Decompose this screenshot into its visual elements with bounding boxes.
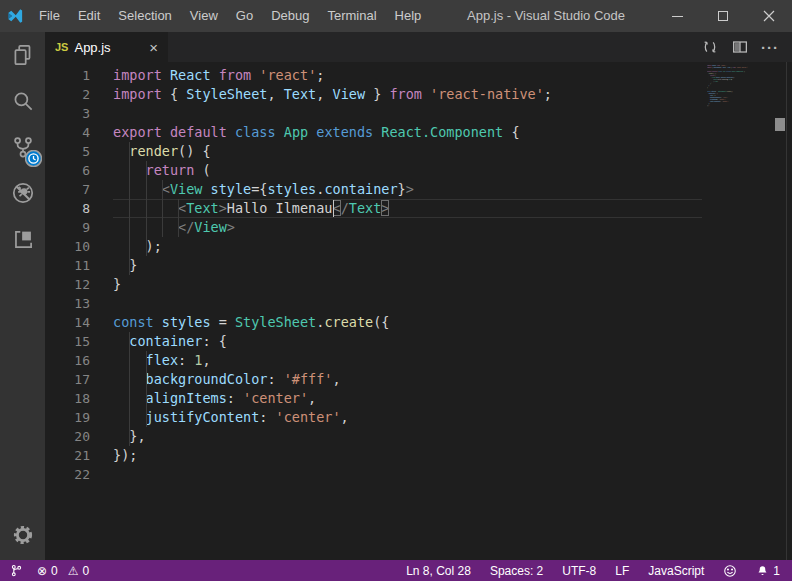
code-line[interactable]: }, (707, 103, 763, 105)
code-line[interactable]: import React from 'react'; (113, 66, 552, 85)
maximize-button[interactable] (700, 0, 746, 32)
code-line[interactable]: backgroundColor: '#fff', (707, 97, 763, 99)
code-line[interactable]: const styles = StyleSheet.create({ (113, 313, 552, 332)
code-line[interactable]: <View style={styles.container}> (113, 180, 552, 199)
code-line[interactable] (113, 104, 552, 123)
line-number: 9 (45, 218, 113, 237)
line-number: 5 (45, 142, 113, 161)
minimize-button[interactable] (654, 0, 700, 32)
code-line[interactable]: <Text>Hallo Ilmenau</Text> (707, 79, 763, 81)
menu-selection[interactable]: Selection (109, 0, 180, 32)
tab-close-icon[interactable]: × (149, 40, 158, 55)
code-line[interactable]: render() { (113, 142, 552, 161)
code-line[interactable]: import { StyleSheet, Text, View } from '… (707, 67, 763, 69)
code-line[interactable]: export default class App extends React.C… (707, 71, 763, 73)
git-branch-icon[interactable] (10, 563, 23, 578)
status-eol[interactable]: LF (615, 564, 629, 578)
line-number: 7 (45, 180, 113, 199)
indent-guide (129, 370, 130, 389)
menu-edit[interactable]: Edit (69, 0, 109, 32)
code-line[interactable]: const styles = StyleSheet.create({ (707, 91, 763, 93)
error-icon: ⊗ (37, 565, 47, 577)
code-line[interactable]: }, (113, 427, 552, 446)
tab-bar: JS App.js × ··· (45, 32, 792, 62)
code-line[interactable]: }); (113, 446, 552, 465)
code-line[interactable]: justifyContent: 'center', (707, 101, 763, 103)
code-line[interactable]: import { StyleSheet, Text, View } from '… (113, 85, 552, 104)
code-line[interactable]: ); (707, 83, 763, 85)
line-number: 17 (45, 370, 113, 389)
code-line[interactable] (113, 294, 552, 313)
indent-guide (129, 408, 130, 427)
code-line[interactable]: <Text>Hallo Ilmenau</Text> (113, 199, 552, 218)
split-editor-icon[interactable] (726, 32, 754, 62)
search-icon[interactable] (0, 78, 45, 124)
code-line[interactable]: import React from 'react'; (707, 65, 763, 67)
code-line[interactable]: backgroundColor: '#fff', (113, 370, 552, 389)
close-button[interactable] (746, 0, 792, 32)
code-line[interactable]: flex: 1, (113, 351, 552, 370)
code-line[interactable] (707, 107, 763, 109)
explorer-icon[interactable] (0, 32, 45, 78)
menu-view[interactable]: View (181, 0, 227, 32)
indent-guide (162, 180, 163, 199)
code-line[interactable]: alignItems: 'center', (707, 99, 763, 101)
status-right: Ln 8, Col 28Spaces: 2UTF-8LFJavaScript 1 (406, 564, 792, 578)
code-line[interactable]: return ( (113, 161, 552, 180)
code-line[interactable]: } (707, 85, 763, 87)
code-line[interactable] (707, 69, 763, 71)
line-number: 21 (45, 446, 113, 465)
code-line[interactable]: </View> (113, 218, 552, 237)
indent-guide (129, 427, 130, 446)
code-line[interactable]: justifyContent: 'center', (113, 408, 552, 427)
code-line[interactable]: flex: 1, (707, 95, 763, 97)
code-line[interactable]: } (113, 275, 552, 294)
menu-file[interactable]: File (30, 0, 69, 32)
editor-pane[interactable]: 12345678910111213141516171819202122 impo… (45, 62, 792, 560)
problems-indicator[interactable]: ⊗ 0 ⚠ 0 (37, 564, 89, 578)
debug-icon[interactable] (0, 170, 45, 216)
sync-pending-badge (25, 150, 42, 167)
tab-appjs[interactable]: JS App.js × (45, 32, 168, 62)
status-language-mode[interactable]: JavaScript (648, 564, 704, 578)
status-encoding[interactable]: UTF-8 (562, 564, 596, 578)
line-number: 6 (45, 161, 113, 180)
code-line[interactable]: export default class App extends React.C… (113, 123, 552, 142)
code-line[interactable]: } (113, 256, 552, 275)
code-line[interactable] (707, 89, 763, 91)
code-line[interactable]: </View> (707, 81, 763, 83)
indent-guide (178, 199, 179, 218)
indent-guide (129, 161, 130, 180)
menu-debug[interactable]: Debug (262, 0, 318, 32)
source-control-icon[interactable] (0, 124, 45, 170)
code-line[interactable]: container: { (113, 332, 552, 351)
menu-terminal[interactable]: Terminal (318, 0, 385, 32)
code-line[interactable]: ); (113, 237, 552, 256)
indent-guide (146, 408, 147, 427)
code-line[interactable]: alignItems: 'center', (113, 389, 552, 408)
code-line[interactable] (113, 465, 552, 484)
code-area[interactable]: import React from 'react';import { Style… (707, 65, 763, 109)
code-line[interactable]: return ( (707, 75, 763, 77)
notifications-bell[interactable]: 1 (756, 564, 780, 578)
settings-gear-icon[interactable] (0, 512, 45, 558)
indent-guide (162, 199, 163, 218)
code-line[interactable]: } (707, 87, 763, 89)
extensions-icon[interactable] (0, 216, 45, 262)
code-line[interactable]: container: { (707, 93, 763, 95)
status-cursor-position[interactable]: Ln 8, Col 28 (406, 564, 471, 578)
menu-go[interactable]: Go (227, 0, 262, 32)
open-changes-icon[interactable] (696, 32, 724, 62)
more-actions-icon[interactable]: ··· (756, 32, 784, 62)
indent-guide (178, 218, 179, 237)
warning-icon: ⚠ (68, 565, 79, 577)
code-line[interactable]: render() { (707, 73, 763, 75)
feedback-smiley-icon[interactable] (723, 564, 737, 578)
code-area[interactable]: import React from 'react';import { Style… (113, 66, 552, 484)
editor-actions: ··· (696, 32, 792, 62)
code-line[interactable]: }); (707, 105, 763, 107)
overview-ruler (786, 62, 787, 560)
status-indentation[interactable]: Spaces: 2 (490, 564, 543, 578)
code-line[interactable]: <View style={styles.container}> (707, 77, 763, 79)
menu-help[interactable]: Help (386, 0, 431, 32)
